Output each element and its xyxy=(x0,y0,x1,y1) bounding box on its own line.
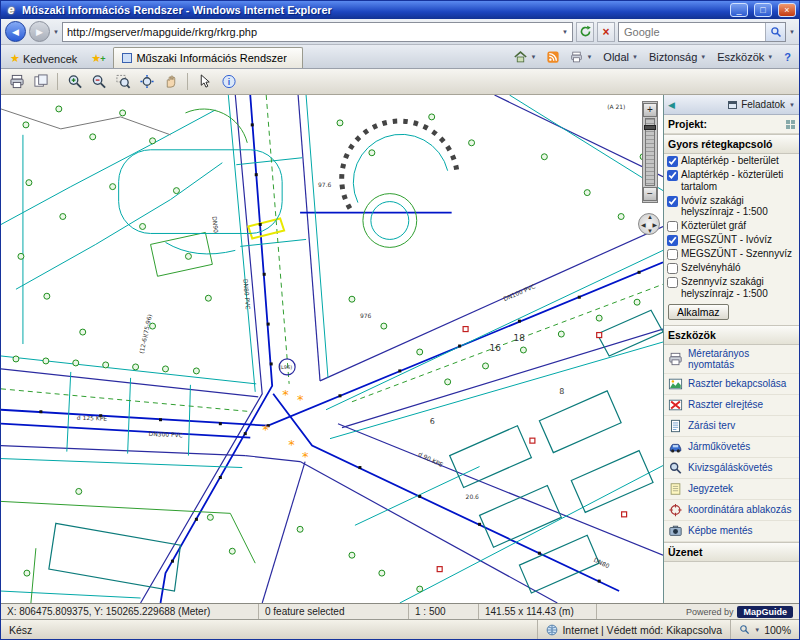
help-button[interactable]: ? xyxy=(779,47,796,67)
zoom-out-tool-button[interactable] xyxy=(87,71,110,92)
zoom-slider-handle[interactable] xyxy=(644,125,656,130)
search-button[interactable] xyxy=(765,23,785,41)
svg-text:d 90 KPE: d 90 KPE xyxy=(417,450,444,468)
printer-icon xyxy=(9,74,25,89)
layer-row: MEGSZŰNT - Ivóvíz xyxy=(664,233,799,247)
tool-closure-plan[interactable]: Zárási terv xyxy=(664,416,799,437)
feeds-button[interactable] xyxy=(542,47,564,67)
svg-text:16: 16 xyxy=(490,343,502,353)
url-text[interactable]: http://mgserver/mapguide/rkrg/rkrg.php xyxy=(67,26,558,38)
maximize-button[interactable]: □ xyxy=(754,3,772,17)
zoom-out-button[interactable]: − xyxy=(643,187,657,201)
add-favorite-button[interactable]: ★+ xyxy=(85,50,111,68)
tools-section-header[interactable]: Eszközök xyxy=(664,325,799,345)
layer-checkbox-szelvenyhalo[interactable] xyxy=(667,263,678,274)
taskpane-label[interactable]: Feladatok xyxy=(741,99,785,110)
page-menu-button[interactable]: Oldal▼ xyxy=(598,47,643,67)
select-tool-button[interactable] xyxy=(193,71,216,92)
zoom-level-icon xyxy=(739,624,750,635)
history-dropdown-icon[interactable]: ▼ xyxy=(53,29,59,35)
rss-icon xyxy=(547,51,559,63)
svg-text:DN80 PVC: DN80 PVC xyxy=(242,279,252,310)
back-button[interactable]: ◀ xyxy=(5,21,26,42)
tab-active[interactable]: Műszaki Információs Rendszer xyxy=(113,47,303,68)
zoom-slider[interactable]: + − xyxy=(642,101,658,203)
security-menu-button[interactable]: Biztonság▼ xyxy=(644,47,711,67)
zoom-in-icon xyxy=(67,74,83,89)
pan-hand-icon xyxy=(163,74,179,89)
layer-checkbox-megszunt-ivoviz[interactable] xyxy=(667,235,678,246)
svg-text:*: * xyxy=(282,387,289,402)
tool-save-image[interactable]: Képbe mentés xyxy=(664,521,799,542)
zoom-in-button[interactable]: + xyxy=(643,103,657,117)
layer-checkbox-alapterkep-belterulet[interactable] xyxy=(667,156,678,167)
minimize-button[interactable]: _ xyxy=(730,3,748,17)
project-label: Projekt: xyxy=(668,118,707,130)
stop-button[interactable]: × xyxy=(597,22,615,42)
pan-tool-button[interactable] xyxy=(159,71,182,92)
layer-checkbox-kozterulet-graf[interactable] xyxy=(667,221,678,232)
svg-text:DN90: DN90 xyxy=(211,216,219,233)
zoom-dropdown-icon[interactable]: ▼ xyxy=(754,627,760,633)
map-viewport[interactable]: (A 21)1618976DN80 PVCDN300 PVCDN100 PVC(… xyxy=(1,95,663,603)
tool-label: Képbe mentés xyxy=(688,525,753,536)
toolbar-measure-button[interactable] xyxy=(29,71,52,92)
layer-checkbox-ivoviz[interactable] xyxy=(667,196,678,207)
message-section-header[interactable]: Üzenet xyxy=(664,542,799,562)
scale-readout: 1 : 500 xyxy=(409,604,479,619)
favorites-button[interactable]: ★ Kedvencek xyxy=(4,50,83,68)
map-canvas[interactable]: (A 21)1618976DN80 PVCDN300 PVCDN100 PVC(… xyxy=(1,95,663,603)
tool-scaled-print[interactable]: Méretarányos nyomtatás xyxy=(664,345,799,374)
taskpane-dropdown-icon[interactable]: ▼ xyxy=(789,102,795,108)
layer-label: Szennyvíz szakági helyszínrajz - 1:500 xyxy=(681,276,797,300)
search-box[interactable] xyxy=(618,22,786,42)
url-dropdown-icon[interactable]: ▼ xyxy=(562,29,568,35)
zoom-window-tool-button[interactable] xyxy=(111,71,134,92)
layer-checkbox-alapterkep-kozterulet[interactable] xyxy=(667,170,678,181)
home-button[interactable]: ▼ xyxy=(509,47,541,67)
printer-icon xyxy=(570,51,583,63)
tool-notes[interactable]: Jegyzetek xyxy=(664,479,799,500)
collapse-panel-icon[interactable]: ◀ xyxy=(668,100,675,110)
magnifier-icon xyxy=(668,461,683,475)
measure-icon xyxy=(33,74,49,89)
tab-bar: ★ Kedvencek ★+ Műszaki Információs Rends… xyxy=(1,45,799,69)
map-status-bar: X: 806475.809375, Y: 150265.229688 (Mete… xyxy=(1,603,799,619)
layer-row: Ivóvíz szakági helyszínrajz - 1:500 xyxy=(664,194,799,220)
tool-raster-on[interactable]: Raszter bekapcsolása xyxy=(664,374,799,395)
svg-text:*: * xyxy=(302,449,309,464)
project-header[interactable]: Projekt: xyxy=(664,115,799,134)
layer-checkbox-szennyviz[interactable] xyxy=(667,277,678,288)
url-field[interactable]: http://mgserver/mapguide/rkrg/rkrg.php ▼ xyxy=(62,22,573,42)
close-button[interactable]: × xyxy=(778,3,796,17)
layer-label: Ivóvíz szakági helyszínrajz - 1:500 xyxy=(681,195,797,219)
toolbar-print-button[interactable] xyxy=(5,71,28,92)
search-options-dropdown-icon[interactable]: ▼ xyxy=(789,29,795,35)
zoom-in-tool-button[interactable] xyxy=(63,71,86,92)
info-tool-button[interactable]: i xyxy=(217,71,240,92)
print-button[interactable]: ▼ xyxy=(565,47,597,67)
pan-up-icon[interactable]: ▲ xyxy=(647,214,653,220)
page-zoom-control[interactable]: ▼ 100% xyxy=(730,620,799,639)
svg-text:*: * xyxy=(288,437,295,452)
search-input[interactable] xyxy=(624,26,765,38)
tool-investigation-tracking[interactable]: Kivizsgáláskövetés xyxy=(664,458,799,479)
tool-goto-coordinate[interactable]: koordinátára ablakozás xyxy=(664,500,799,521)
pan-left-icon[interactable]: ◀ xyxy=(641,221,646,228)
project-menu-icon[interactable] xyxy=(786,120,795,129)
tools-menu-button[interactable]: Eszközök▼ xyxy=(712,47,778,67)
svg-text:97.6: 97.6 xyxy=(318,181,331,188)
apply-button[interactable]: Alkalmaz xyxy=(668,304,729,320)
layer-checkbox-megszunt-szennyviz[interactable] xyxy=(667,249,678,260)
pan-down-icon[interactable]: ▼ xyxy=(647,228,653,234)
tool-vehicle-tracking[interactable]: Járműkövetés xyxy=(664,437,799,458)
zoom-extents-tool-button[interactable] xyxy=(135,71,158,92)
layer-label: Alaptérkép - közterületi tartalom xyxy=(681,169,797,193)
forward-button[interactable]: ▶ xyxy=(29,21,50,42)
pan-control[interactable]: ▲ ▼ ◀ ▶ xyxy=(638,213,660,235)
pan-right-icon[interactable]: ▶ xyxy=(652,221,657,228)
refresh-button[interactable] xyxy=(576,22,594,42)
tool-raster-off[interactable]: Raszter elrejtése xyxy=(664,395,799,416)
security-dropdown-icon: ▼ xyxy=(700,54,706,60)
zoom-slider-track[interactable] xyxy=(645,118,655,186)
